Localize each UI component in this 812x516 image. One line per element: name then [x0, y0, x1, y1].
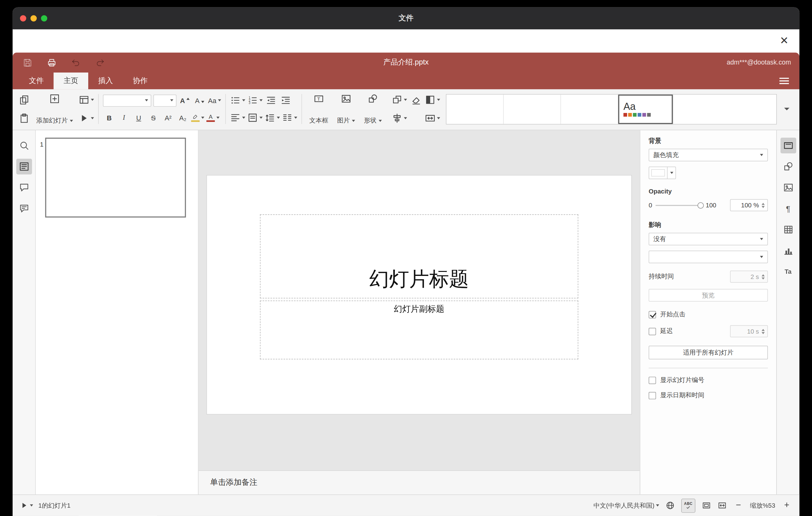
start-slideshow-status-button[interactable]	[20, 499, 33, 512]
title-placeholder[interactable]: 幻灯片标题	[260, 214, 578, 298]
bullets-button[interactable]	[230, 93, 245, 108]
tab-insert[interactable]: 插入	[88, 73, 123, 89]
show-date-time-checkbox[interactable]	[649, 392, 656, 399]
close-icon[interactable]: ✕	[778, 34, 791, 47]
shape-settings-icon[interactable]	[780, 159, 796, 174]
fill-type-select[interactable]: 颜色填充	[649, 149, 768, 162]
document-language-icon[interactable]	[665, 499, 675, 512]
apply-to-all-button[interactable]: 适用于所有幻灯片	[649, 346, 768, 359]
tab-collaboration[interactable]: 协作	[123, 73, 157, 89]
fit-width-icon[interactable]	[718, 499, 727, 512]
opacity-slider[interactable]	[655, 202, 702, 209]
minimize-traffic-button[interactable]	[31, 15, 37, 21]
font-size-select[interactable]	[153, 94, 176, 107]
underline-button[interactable]: U	[132, 111, 145, 125]
opacity-spinner[interactable]: 100 %	[730, 199, 768, 211]
spellcheck-icon[interactable]: ABC	[681, 498, 695, 513]
slides-panel-icon[interactable]	[16, 159, 32, 174]
change-layout-button[interactable]	[79, 93, 94, 107]
numbering-button[interactable]: 123	[248, 93, 263, 108]
theme-item[interactable]	[446, 94, 504, 124]
zoom-traffic-button[interactable]	[41, 15, 47, 21]
chevron-down-icon	[294, 117, 297, 119]
slide-size-button[interactable]	[425, 111, 440, 125]
insert-image-button[interactable]: 图片	[334, 91, 358, 126]
table-settings-icon[interactable]	[780, 222, 796, 237]
spinner-arrows-icon[interactable]	[762, 202, 765, 208]
subscript-button[interactable]: A₂	[176, 111, 189, 125]
save-icon[interactable]	[21, 56, 34, 69]
clear-style-button[interactable]	[410, 93, 422, 107]
insert-textbox-button[interactable]: T 文本框	[306, 91, 331, 126]
slide-settings-icon[interactable]	[780, 138, 796, 153]
scheme-group	[425, 91, 440, 126]
duration-spinner[interactable]: 2 s	[730, 271, 768, 283]
decrease-indent-button[interactable]	[265, 93, 277, 108]
spinner-arrows-icon[interactable]	[762, 329, 765, 334]
print-icon[interactable]	[45, 56, 58, 69]
search-icon[interactable]	[16, 138, 32, 153]
delay-spinner[interactable]: 10 s	[730, 325, 768, 337]
paste-icon[interactable]	[18, 111, 31, 125]
add-slide-button[interactable]: 添加幻灯片	[33, 91, 76, 126]
redo-icon[interactable]	[93, 56, 106, 69]
delay-checkbox[interactable]	[649, 327, 656, 335]
effect-select[interactable]: 没有	[649, 233, 768, 245]
theme-gallery-more-button[interactable]	[779, 94, 794, 124]
close-traffic-button[interactable]	[20, 15, 26, 21]
line-spacing-button[interactable]	[265, 111, 280, 125]
slide-viewport[interactable]: 幻灯片标题 幻灯片副标题	[199, 130, 640, 470]
insert-shape-button[interactable]: 形状	[361, 91, 385, 126]
slide-count-label: 1的幻灯片1	[38, 501, 70, 510]
slider-knob[interactable]	[697, 202, 703, 208]
align-shapes-button[interactable]	[392, 111, 407, 125]
spinner-arrows-icon[interactable]	[762, 274, 765, 279]
theme-item-selected[interactable]: Aa	[618, 94, 673, 124]
preview-button[interactable]: 预览	[649, 289, 768, 302]
subtitle-placeholder[interactable]: 幻灯片副标题	[260, 300, 578, 360]
font-name-select[interactable]	[103, 94, 151, 107]
theme-item[interactable]	[561, 94, 618, 124]
textart-settings-icon[interactable]: Ta	[780, 264, 796, 280]
change-case-button[interactable]: Aa	[208, 93, 221, 108]
highlight-color-button[interactable]	[191, 111, 205, 125]
slide-canvas[interactable]: 幻灯片标题 幻灯片副标题	[207, 176, 632, 414]
copy-icon[interactable]	[18, 93, 31, 107]
font-color-button[interactable]: A	[206, 111, 220, 125]
undo-icon[interactable]	[69, 56, 82, 69]
increase-font-button[interactable]: A	[179, 93, 191, 108]
strikethrough-button[interactable]: S	[147, 111, 160, 125]
notes-area[interactable]: 单击添加备注	[199, 470, 640, 494]
show-slide-number-checkbox[interactable]	[649, 376, 656, 384]
image-settings-icon[interactable]	[780, 180, 796, 195]
zoom-out-button[interactable]: −	[733, 500, 744, 511]
paragraph-settings-icon[interactable]: ¶	[780, 201, 796, 216]
hamburger-menu-icon[interactable]	[779, 78, 789, 84]
effect-type-select[interactable]	[649, 251, 768, 263]
fill-color-picker[interactable]	[649, 167, 676, 179]
arrange-shapes-button[interactable]	[392, 93, 407, 107]
start-on-click-checkbox[interactable]	[649, 311, 656, 318]
duration-row: 持续时间 2 s	[649, 271, 768, 283]
bold-button[interactable]: B	[103, 111, 116, 125]
color-scheme-button[interactable]	[425, 93, 440, 107]
italic-button[interactable]: I	[118, 111, 130, 125]
slide-thumbnail[interactable]	[45, 138, 186, 218]
language-select[interactable]: 中文(中华人民共和国)	[593, 499, 659, 512]
start-slideshow-button[interactable]	[79, 111, 94, 125]
tab-home[interactable]: 主页	[54, 73, 88, 89]
zoom-in-button[interactable]: +	[781, 500, 792, 511]
document-title: 产品介绍.pptx	[383, 58, 429, 67]
chart-settings-icon[interactable]	[780, 243, 796, 259]
chat-icon[interactable]	[16, 201, 32, 216]
superscript-button[interactable]: A²	[162, 111, 174, 125]
vertical-align-button[interactable]	[248, 111, 263, 125]
comments-icon[interactable]	[16, 180, 32, 195]
tab-file[interactable]: 文件	[19, 73, 53, 89]
fit-slide-icon[interactable]	[701, 499, 711, 512]
decrease-font-button[interactable]: A	[194, 93, 206, 108]
increase-indent-button[interactable]	[280, 93, 292, 108]
columns-button[interactable]	[282, 111, 297, 125]
horizontal-align-button[interactable]	[230, 111, 245, 125]
theme-item[interactable]	[503, 94, 561, 124]
